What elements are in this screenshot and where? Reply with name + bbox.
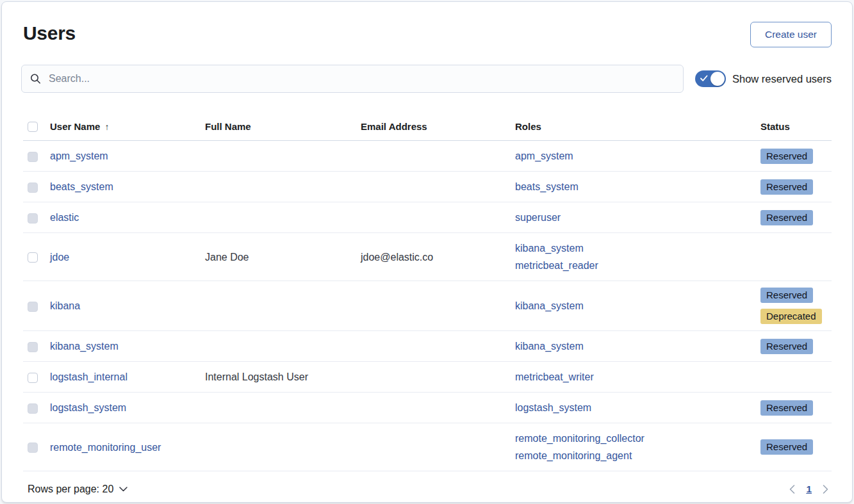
role-link[interactable]: apm_system	[515, 147, 755, 165]
page-title: Users	[23, 20, 76, 47]
full-name-cell	[205, 423, 361, 471]
table-row: jdoeJane Doejdoe@elastic.cokibana_system…	[23, 233, 832, 281]
pagination: 1	[789, 484, 832, 495]
row-checkbox[interactable]	[28, 373, 38, 383]
role-link[interactable]: metricbeat_writer	[515, 368, 755, 386]
table-row: beats_systembeats_systemReserved	[23, 172, 832, 202]
status-cell: Reserved	[760, 423, 832, 471]
table-row: logstash_systemlogstash_systemReserved	[23, 393, 832, 423]
roles-cell: kibana_system	[515, 331, 760, 362]
user-link[interactable]: remote_monitoring_user	[50, 442, 161, 453]
status-badge-reserved: Reserved	[760, 339, 813, 354]
row-checkbox-cell	[23, 172, 50, 202]
status-cell: Reserved	[760, 393, 832, 423]
column-header-fullname: Full Name	[205, 113, 361, 141]
table-row: elasticsuperuserReserved	[23, 202, 832, 233]
status-cell: Reserved	[760, 141, 832, 172]
roles-cell: beats_system	[515, 172, 760, 202]
role-link[interactable]: metricbeat_reader	[515, 257, 755, 274]
table-row: logstash_internalInternal Logstash Userm…	[23, 362, 832, 393]
user-link[interactable]: elastic	[50, 212, 79, 223]
status-badge-reserved: Reserved	[760, 179, 813, 195]
users-table-body: apm_systemapm_systemReservedbeats_system…	[23, 141, 832, 471]
email-cell	[361, 172, 515, 202]
role-link[interactable]: kibana_system	[515, 297, 755, 314]
status-badge-reserved: Reserved	[760, 210, 813, 225]
username-cell: remote_monitoring_user	[50, 423, 205, 471]
chevron-left-icon	[789, 485, 795, 494]
role-link[interactable]: remote_monitoring_agent	[515, 447, 755, 464]
column-header-username-label: User Name	[50, 121, 100, 132]
row-checkbox	[28, 152, 38, 162]
users-table: User Name↑ Full Name Email Address Roles…	[23, 113, 832, 471]
roles-cell: remote_monitoring_collectorremote_monito…	[515, 423, 760, 471]
table-header-row: User Name↑ Full Name Email Address Roles…	[23, 113, 832, 141]
email-cell: jdoe@elastic.co	[361, 233, 515, 281]
full-name-cell	[205, 281, 361, 331]
role-link[interactable]: kibana_system	[515, 337, 755, 355]
column-header-username[interactable]: User Name↑	[50, 113, 205, 141]
user-link[interactable]: jdoe	[50, 252, 69, 263]
user-link[interactable]: logstash_internal	[50, 371, 127, 382]
user-link[interactable]: beats_system	[50, 181, 113, 192]
roles-cell: metricbeat_writer	[515, 362, 760, 393]
status-badge-reserved: Reserved	[760, 288, 813, 303]
username-cell: logstash_internal	[50, 362, 205, 393]
role-link[interactable]: superuser	[515, 209, 755, 226]
table-row: apm_systemapm_systemReserved	[23, 141, 832, 172]
table-row: kibana_systemkibana_systemReserved	[23, 331, 832, 362]
check-icon	[700, 75, 708, 82]
role-link[interactable]: remote_monitoring_collector	[515, 430, 755, 447]
search-icon	[30, 74, 41, 85]
username-cell: jdoe	[50, 233, 205, 281]
page-header: Users Create user	[23, 20, 832, 47]
table-row: kibanakibana_systemReservedDeprecated	[23, 281, 832, 331]
roles-cell: superuser	[515, 202, 760, 233]
user-link[interactable]: kibana	[50, 300, 80, 311]
pagination-prev-button[interactable]	[789, 485, 795, 494]
email-cell	[361, 141, 515, 172]
role-link[interactable]: kibana_system	[515, 240, 755, 257]
search-input[interactable]	[21, 65, 684, 93]
username-cell: kibana_system	[50, 331, 205, 362]
row-checkbox-cell	[23, 202, 50, 233]
email-cell	[361, 331, 515, 362]
pagination-page-1[interactable]: 1	[806, 484, 812, 495]
column-header-status: Status	[760, 113, 832, 141]
email-cell	[361, 393, 515, 423]
show-reserved-toggle-group: Show reserved users	[695, 70, 832, 87]
table-footer: Rows per page: 20 1	[23, 471, 832, 495]
user-link[interactable]: kibana_system	[50, 341, 119, 352]
show-reserved-toggle[interactable]	[695, 70, 726, 87]
pagination-next-button[interactable]	[823, 485, 828, 494]
row-checkbox-cell	[23, 233, 50, 281]
status-badge-reserved: Reserved	[760, 439, 813, 455]
row-checkbox-cell	[23, 423, 50, 471]
row-checkbox	[28, 403, 38, 414]
roles-cell: kibana_system	[515, 281, 760, 331]
username-cell: beats_system	[50, 172, 205, 202]
row-checkbox	[28, 443, 38, 453]
row-checkbox[interactable]	[28, 252, 38, 263]
sort-arrow-up-icon: ↑	[104, 122, 109, 132]
role-link[interactable]: logstash_system	[515, 399, 755, 416]
status-cell	[760, 233, 832, 281]
create-user-button[interactable]: Create user	[750, 22, 832, 47]
role-link[interactable]: beats_system	[515, 178, 755, 195]
row-checkbox	[28, 302, 38, 312]
select-all-header	[23, 113, 50, 141]
user-link[interactable]: logstash_system	[50, 402, 126, 413]
row-checkbox	[28, 213, 38, 224]
email-cell	[361, 362, 515, 393]
user-link[interactable]: apm_system	[50, 150, 108, 161]
search-box	[21, 65, 684, 93]
table-row: remote_monitoring_userremote_monitoring_…	[23, 423, 832, 471]
full-name-cell	[205, 202, 361, 233]
column-header-roles: Roles	[515, 113, 760, 141]
row-checkbox-cell	[23, 331, 50, 362]
status-cell	[760, 362, 832, 393]
toolbar: Show reserved users	[21, 65, 832, 93]
full-name-cell	[205, 141, 361, 172]
rows-per-page-button[interactable]: Rows per page: 20	[28, 484, 127, 495]
select-all-checkbox[interactable]	[28, 122, 38, 132]
